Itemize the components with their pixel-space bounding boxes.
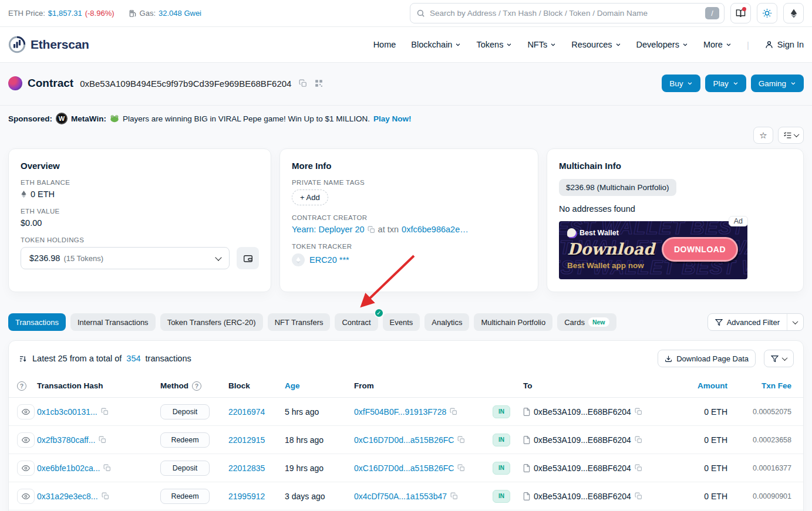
- search-input[interactable]: [430, 9, 705, 18]
- tab-events[interactable]: Events: [383, 313, 420, 331]
- help-icon[interactable]: ?: [192, 381, 201, 391]
- copy-icon[interactable]: [101, 408, 109, 415]
- col-txn-fee-toggle[interactable]: Txn Fee: [736, 381, 795, 390]
- chevron-down-icon: [682, 42, 688, 48]
- nav-more[interactable]: More: [703, 40, 732, 49]
- copy-icon[interactable]: [368, 226, 375, 233]
- preview-txn-button[interactable]: [17, 489, 35, 504]
- txn-fee-value: 0.00090901: [736, 492, 795, 500]
- tab-internal-transactions[interactable]: Internal Transactions: [70, 313, 156, 331]
- from-address-link[interactable]: 0x4cDf750A...1a1553b47: [354, 492, 447, 501]
- token-tracker-link[interactable]: ERC20 ***: [309, 255, 349, 265]
- sponsored-cta-link[interactable]: Play Now!: [373, 114, 412, 123]
- copy-icon[interactable]: [635, 464, 642, 472]
- chevron-down-icon: [733, 80, 739, 86]
- network-button[interactable]: [783, 3, 804, 23]
- creation-txn-link[interactable]: 0xfc6be986a2e…: [402, 225, 469, 234]
- tab-nft-transfers[interactable]: NFT Transfers: [268, 313, 331, 331]
- block-link[interactable]: 21995912: [228, 492, 285, 501]
- wallet-button[interactable]: [237, 247, 259, 269]
- creator-link[interactable]: Yearn: Deployer 20: [292, 225, 365, 234]
- to-address[interactable]: 0xBe53A109...E68BF6204: [534, 407, 631, 417]
- tab-cards[interactable]: Cards New: [557, 313, 616, 331]
- favorite-button[interactable]: ☆: [753, 127, 773, 144]
- from-address-link[interactable]: 0xC16D7D0d...a515B26FC: [354, 435, 454, 445]
- nav-tokens[interactable]: Tokens: [476, 40, 512, 49]
- copy-icon[interactable]: [102, 492, 109, 500]
- copy-icon[interactable]: [457, 464, 465, 472]
- method-badge[interactable]: Redeem: [160, 489, 210, 504]
- to-address[interactable]: 0xBe53A109...E68BF6204: [534, 492, 631, 501]
- copy-icon[interactable]: [635, 436, 642, 444]
- no-addresses-text: No addresses found: [559, 204, 791, 214]
- from-address-link[interactable]: 0xfF504B0F...91913F728: [354, 407, 446, 417]
- brand[interactable]: Etherscan: [8, 36, 89, 53]
- token-holdings-dropdown[interactable]: $236.98 (15 Tokens): [21, 247, 230, 269]
- add-name-tag-button[interactable]: + Add: [292, 189, 328, 205]
- view-options-button[interactable]: [778, 127, 804, 144]
- copy-icon[interactable]: [635, 492, 642, 500]
- table-filter-button[interactable]: [764, 350, 794, 367]
- txn-hash-link[interactable]: 0x31a29e3ec8...: [37, 492, 98, 501]
- col-from: From: [354, 381, 493, 390]
- nav-home[interactable]: Home: [373, 40, 396, 49]
- block-link[interactable]: 22016974: [228, 407, 285, 417]
- eye-icon: [22, 408, 30, 415]
- copy-icon[interactable]: [99, 436, 106, 444]
- ad-banner[interactable]: Ad BEST WALLET BEST WALLET BEST WALLET B…: [559, 221, 747, 279]
- nav-blockchain[interactable]: Blockchain: [411, 40, 461, 49]
- copy-icon[interactable]: [450, 408, 457, 415]
- txn-hash-link[interactable]: 0xe6bfe1b02ca...: [37, 463, 100, 473]
- gaming-button[interactable]: Gaming: [751, 75, 804, 92]
- search-bar[interactable]: /: [410, 3, 725, 23]
- method-badge[interactable]: Deposit: [160, 461, 210, 476]
- from-address-link[interactable]: 0xC16D7D0d...a515B26FC: [354, 463, 454, 473]
- nav-nfts[interactable]: NFTs: [527, 40, 556, 49]
- method-badge[interactable]: Deposit: [160, 404, 210, 419]
- copy-address-button[interactable]: [299, 79, 307, 87]
- tab-transactions[interactable]: Transactions: [8, 313, 66, 331]
- method-badge[interactable]: Redeem: [160, 432, 210, 448]
- copy-icon[interactable]: [457, 436, 465, 444]
- preview-txn-button[interactable]: [17, 461, 35, 476]
- gas-value[interactable]: 32.048 Gwei: [159, 9, 201, 18]
- tab-contract[interactable]: Contract ✓: [335, 313, 378, 331]
- to-address[interactable]: 0xBe53A109...E68BF6204: [534, 435, 631, 445]
- qr-code-button[interactable]: [315, 79, 323, 87]
- to-address[interactable]: 0xBe53A109...E68BF6204: [534, 463, 631, 473]
- advanced-filter-button[interactable]: Advanced Filter: [708, 314, 787, 330]
- age-value: 5 hrs ago: [285, 407, 354, 417]
- copy-icon[interactable]: [450, 492, 458, 500]
- tab-multichain-portfolio[interactable]: Multichain Portfolio: [474, 313, 552, 331]
- docs-button[interactable]: [730, 3, 751, 23]
- copy-icon[interactable]: [635, 408, 642, 415]
- tab-token-transfers[interactable]: Token Transfers (ERC-20): [160, 313, 263, 331]
- preview-txn-button[interactable]: [17, 432, 35, 448]
- eye-icon: [22, 465, 30, 472]
- help-icon[interactable]: ?: [17, 381, 26, 391]
- nav-resources[interactable]: Resources: [571, 40, 621, 49]
- col-to: To: [523, 381, 677, 390]
- buy-button[interactable]: Buy: [662, 75, 700, 92]
- multichain-portfolio-badge[interactable]: $236.98 (Multichain Portfolio): [559, 179, 676, 196]
- copy-icon[interactable]: [103, 464, 111, 472]
- summary-count[interactable]: 354: [126, 354, 140, 363]
- txn-hash-link[interactable]: 0x1cb3c00131...: [37, 407, 97, 417]
- play-button[interactable]: Play: [705, 75, 746, 92]
- theme-toggle-button[interactable]: [757, 3, 777, 23]
- tab-analytics[interactable]: Analytics: [424, 313, 469, 331]
- download-page-data-button[interactable]: Download Page Data: [658, 350, 756, 367]
- preview-txn-button[interactable]: [17, 404, 35, 419]
- col-age-toggle[interactable]: Age: [285, 381, 354, 390]
- txn-hash-link[interactable]: 0x2fb3780caff...: [37, 435, 95, 445]
- search-shortcut-key: /: [705, 7, 719, 19]
- ad-download-button[interactable]: DOWNLOAD: [662, 237, 738, 262]
- overview-title: Overview: [21, 161, 259, 171]
- nav-developers[interactable]: Developers: [636, 40, 688, 49]
- eth-price-value[interactable]: $1,857.31: [48, 9, 82, 18]
- block-link[interactable]: 22012915: [228, 435, 285, 445]
- advanced-filter-caret[interactable]: [787, 314, 803, 330]
- col-amount-toggle[interactable]: Amount: [677, 381, 736, 390]
- block-link[interactable]: 22012835: [228, 463, 285, 473]
- sign-in-button[interactable]: Sign In: [764, 40, 804, 49]
